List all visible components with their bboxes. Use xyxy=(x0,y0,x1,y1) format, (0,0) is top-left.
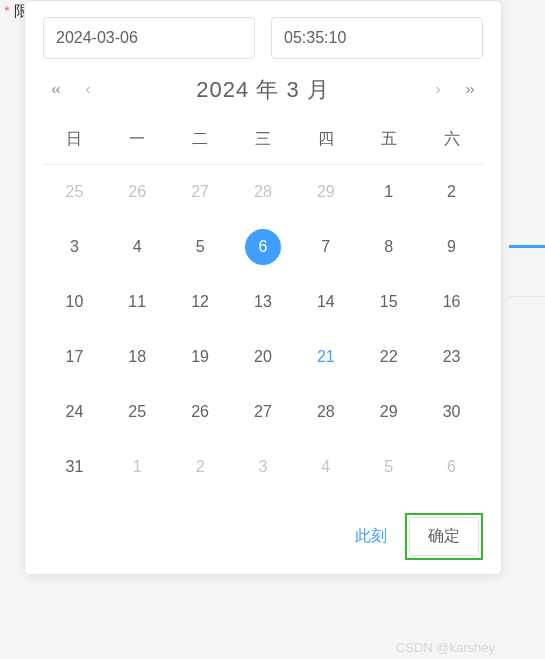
day-cell[interactable]: 18 xyxy=(106,330,169,385)
day-cell[interactable]: 21 xyxy=(294,330,357,385)
weekday-header: 四 xyxy=(294,119,357,165)
day-cell[interactable]: 28 xyxy=(294,385,357,440)
day-cell[interactable]: 25 xyxy=(43,165,106,220)
day-cell[interactable]: 3 xyxy=(232,440,295,495)
weekday-header: 六 xyxy=(420,119,483,165)
day-cell[interactable]: 23 xyxy=(420,330,483,385)
day-cell[interactable]: 7 xyxy=(294,220,357,275)
day-cell[interactable]: 27 xyxy=(232,385,295,440)
day-cell[interactable]: 13 xyxy=(232,275,295,330)
weekday-header: 日 xyxy=(43,119,106,165)
day-cell[interactable]: 15 xyxy=(357,275,420,330)
day-cell[interactable]: 1 xyxy=(357,165,420,220)
day-cell[interactable]: 2 xyxy=(420,165,483,220)
day-cell[interactable]: 12 xyxy=(169,275,232,330)
watermark: CSDN @karshey xyxy=(396,640,495,655)
next-year-icon[interactable] xyxy=(461,81,479,99)
confirm-button[interactable]: 确定 xyxy=(409,517,479,556)
weekday-header: 一 xyxy=(106,119,169,165)
now-button[interactable]: 此刻 xyxy=(339,518,403,555)
day-cell[interactable]: 3 xyxy=(43,220,106,275)
calendar-title: 2024 年 3 月 xyxy=(196,75,330,105)
weekday-header: 五 xyxy=(357,119,420,165)
day-cell[interactable]: 6 xyxy=(420,440,483,495)
date-input[interactable]: 2024-03-06 xyxy=(43,17,255,59)
day-cell[interactable]: 25 xyxy=(106,385,169,440)
time-input[interactable]: 05:35:10 xyxy=(271,17,483,59)
tab-underline xyxy=(509,245,545,248)
day-cell[interactable]: 10 xyxy=(43,275,106,330)
next-month-icon[interactable] xyxy=(429,81,447,99)
confirm-highlight: 确定 xyxy=(405,513,483,560)
day-cell[interactable]: 20 xyxy=(232,330,295,385)
day-cell[interactable]: 26 xyxy=(106,165,169,220)
prev-year-icon[interactable] xyxy=(47,81,65,99)
day-cell[interactable]: 27 xyxy=(169,165,232,220)
input-row: 2024-03-06 05:35:10 xyxy=(43,17,483,59)
day-cell[interactable]: 1 xyxy=(106,440,169,495)
day-cell[interactable]: 4 xyxy=(294,440,357,495)
required-asterisk: * xyxy=(4,2,10,19)
day-cell[interactable]: 9 xyxy=(420,220,483,275)
day-cell[interactable]: 6 xyxy=(232,220,295,275)
day-cell[interactable]: 19 xyxy=(169,330,232,385)
day-cell[interactable]: 14 xyxy=(294,275,357,330)
month-label[interactable]: 3 月 xyxy=(286,77,329,102)
day-cell[interactable]: 8 xyxy=(357,220,420,275)
day-cell[interactable]: 16 xyxy=(420,275,483,330)
day-cell[interactable]: 22 xyxy=(357,330,420,385)
day-cell[interactable]: 30 xyxy=(420,385,483,440)
day-cell[interactable]: 4 xyxy=(106,220,169,275)
day-cell[interactable]: 17 xyxy=(43,330,106,385)
calendar-table: 日一二三四五六 25262728291234567891011121314151… xyxy=(43,119,483,495)
day-cell[interactable]: 5 xyxy=(357,440,420,495)
day-cell[interactable]: 29 xyxy=(357,385,420,440)
day-cell[interactable]: 2 xyxy=(169,440,232,495)
weekday-header: 三 xyxy=(232,119,295,165)
calendar-header: 2024 年 3 月 xyxy=(43,75,483,105)
weekday-header: 二 xyxy=(169,119,232,165)
day-cell[interactable]: 24 xyxy=(43,385,106,440)
day-cell[interactable]: 26 xyxy=(169,385,232,440)
divider xyxy=(509,296,545,297)
datetime-picker-panel: 2024-03-06 05:35:10 2024 年 3 月 日一二三四五六 2… xyxy=(24,0,502,575)
day-cell[interactable]: 5 xyxy=(169,220,232,275)
footer: 此刻 确定 xyxy=(43,505,483,560)
year-label[interactable]: 2024 年 xyxy=(196,77,279,102)
day-cell[interactable]: 28 xyxy=(232,165,295,220)
day-cell[interactable]: 11 xyxy=(106,275,169,330)
prev-month-icon[interactable] xyxy=(79,81,97,99)
day-cell[interactable]: 31 xyxy=(43,440,106,495)
day-cell[interactable]: 29 xyxy=(294,165,357,220)
